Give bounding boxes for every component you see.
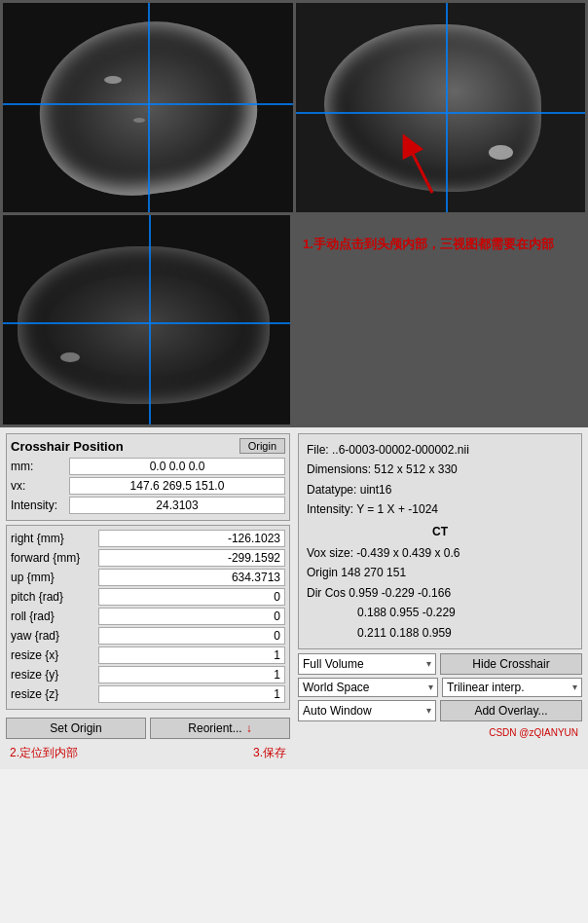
transform-value-1: -299.1592 [98,549,285,567]
dropdown1-arrow-icon: ▾ [426,658,431,669]
intensity-label-cp: Intensity: [11,498,69,512]
transform-label-4: roll {rad} [11,609,98,623]
annotation-label-3: 3.保存 [253,745,286,761]
left-annotations: 2.定位到内部 3.保存 [6,743,290,763]
controls-row-3: Auto Window ▾ Add Overlay... [298,700,582,721]
fi-intensity-value: Y = 1 X + -1024 [356,502,438,516]
transform-label-3: pitch {rad} [11,590,98,604]
crosshair-vertical-coronal [148,3,150,212]
world-space-label: World Space [303,681,369,694]
origin-label-fi: Origin [307,566,341,579]
file-label: File: [307,443,332,457]
add-overlay-button[interactable]: Add Overlay... [440,700,582,721]
origin-value-fi: 148 270 151 [341,566,406,579]
transform-row-3: pitch {rad}0 [11,588,285,606]
transform-row-7: resize {y}1 [11,666,285,683]
datatype-row: Datatype: uint16 [307,480,573,499]
transform-row-0: right {mm}-126.1023 [11,530,285,547]
transform-label-0: right {mm} [11,532,98,545]
mm-label: mm: [11,460,69,473]
sagittal-view[interactable] [296,3,586,212]
image-section: 1.手动点击到头颅内部，三视图都需要在内部 [0,0,588,427]
file-value: ..6-0003-00002-000002.nii [332,443,469,457]
dircos-row1: Dir Cos 0.959 -0.229 -0.166 [307,583,573,603]
crosshair-position-box: Crosshair Position Origin mm: 0.0 0.0 0.… [6,433,290,521]
transform-row-4: roll {rad}0 [11,608,285,625]
transform-label-7: resize {y} [11,668,98,682]
bottom-section: Crosshair Position Origin mm: 0.0 0.0 0.… [0,427,588,769]
transform-value-7: 1 [98,666,285,683]
full-volume-dropdown[interactable]: Full Volume ▾ [298,653,436,675]
transform-value-6: 1 [98,646,285,664]
annotation-text-area: 1.手动点击到头颅内部，三视图都需要在内部 [293,215,585,425]
main-container: 1.手动点击到头颅内部，三视图都需要在内部 Crosshair Position… [0,0,588,769]
crosshair-mm-row: mm: 0.0 0.0 0.0 [11,458,285,475]
transform-row-8: resize {z}1 [11,685,285,703]
axial-view[interactable] [3,215,290,425]
dropdown3-arrow-icon: ▾ [572,682,577,692]
transform-value-2: 634.3713 [98,569,285,586]
dimensions-label: Dimensions: [307,462,374,476]
transform-label-5: yaw {rad} [11,629,98,643]
transform-row-1: forward {mm}-299.1592 [11,549,285,567]
auto-window-label: Auto Window [303,704,372,718]
crosshair-intensity-row: Intensity: 24.3103 [11,497,285,514]
left-panel: Crosshair Position Origin mm: 0.0 0.0 0.… [6,433,290,763]
vx-label: vx: [11,479,69,493]
mm-value: 0.0 0.0 0.0 [69,458,285,475]
world-space-dropdown[interactable]: World Space ▾ [298,678,438,697]
right-panel: File: ..6-0003-00002-000002.nii Dimensio… [298,433,582,763]
dircos-value3: 0.211 0.188 0.959 [357,626,452,640]
controls-row-1: Full Volume ▾ Hide Crosshair [298,653,582,675]
fi-intensity-row: Intensity: Y = 1 X + -1024 [307,499,573,519]
controls-box: Full Volume ▾ Hide Crosshair World Space… [298,653,582,721]
crosshair-vertical-axial [149,215,151,425]
file-info-box: File: ..6-0003-00002-000002.nii Dimensio… [298,433,582,649]
reorient-button[interactable]: Reorient... ↓ [150,718,290,739]
transform-value-8: 1 [98,685,285,703]
axial-ct [3,215,290,425]
transform-label-1: forward {mm} [11,551,98,565]
dimensions-row: Dimensions: 512 x 512 x 330 [307,460,573,479]
crosshair-vx-row: vx: 147.6 269.5 151.0 [11,477,285,495]
origin-button[interactable]: Origin [239,438,285,454]
intensity-value-cp: 24.3103 [69,497,285,514]
crosshair-vertical-sagittal [446,3,448,212]
watermark: CSDN @zQIANYUN [298,725,582,740]
origin-row: Origin 148 270 151 [307,563,573,582]
fi-intensity-label: Intensity: [307,502,356,516]
trilinear-dropdown[interactable]: Trilinear interp. ▾ [442,678,582,697]
action-buttons: Set Origin Reorient... ↓ [6,718,290,739]
dircos-label-fi: Dir Cos [307,586,349,600]
skull-sagittal [324,24,541,192]
hide-crosshair-button[interactable]: Hide Crosshair [440,653,582,675]
crosshair-horizontal-coronal [3,103,293,105]
auto-window-dropdown[interactable]: Auto Window ▾ [298,700,436,721]
annotation-text-1: 1.手动点击到头颅内部，三视图都需要在内部 [303,235,554,255]
skull-axial [18,246,271,403]
controls-row-2: World Space ▾ Trilinear interp. ▾ [298,678,582,697]
trilinear-label: Trilinear interp. [447,681,525,694]
vox-row: Vox size: -0.439 x 0.439 x 0.6 [307,543,573,563]
transform-label-2: up {mm} [11,571,98,584]
dircos-row3: 0.211 0.188 0.959 [307,623,573,643]
dropdown4-arrow-icon: ▾ [426,705,431,716]
bottom-image-row: 1.手动点击到头颅内部，三视图都需要在内部 [3,215,585,425]
crosshair-horizontal-axial [3,322,290,324]
transform-label-6: resize {x} [11,648,98,662]
set-origin-button[interactable]: Set Origin [6,718,146,739]
transform-row-5: yaw {rad}0 [11,627,285,645]
full-volume-label: Full Volume [303,657,364,671]
reorient-arrow-icon: ↓ [246,721,252,735]
transform-value-4: 0 [98,608,285,625]
crosshair-title: Crosshair Position [11,439,124,454]
vox-label: Vox size: [307,546,356,560]
coronal-view[interactable] [3,3,293,212]
transform-value-3: 0 [98,588,285,606]
reorient-btn-label: Reorient... [188,721,241,735]
dimensions-value: 512 x 512 x 330 [374,462,457,476]
vox-value: -0.439 x 0.439 x 0.6 [356,546,459,560]
datatype-label: Datatype: [307,483,360,497]
vx-value: 147.6 269.5 151.0 [69,477,285,495]
modality-row: CT [307,522,573,541]
